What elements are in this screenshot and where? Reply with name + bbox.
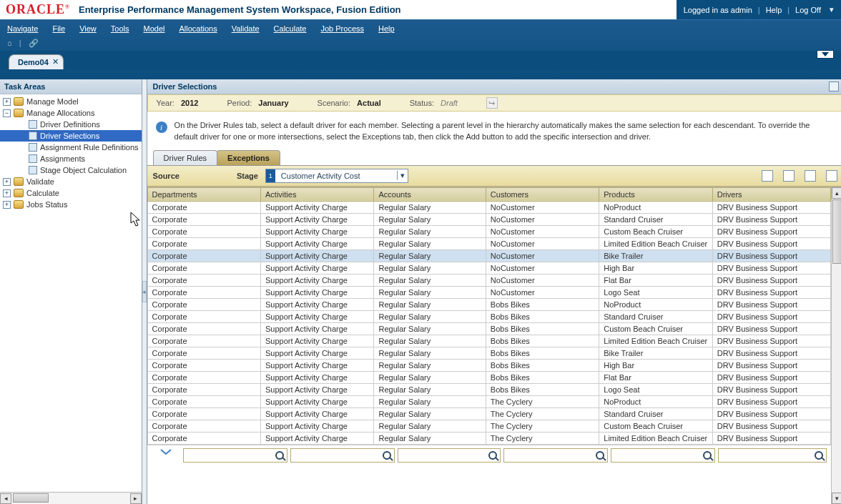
col-header[interactable]: Products xyxy=(599,187,712,201)
expand-icon[interactable]: + xyxy=(3,189,11,197)
tree-assignment-rule-defs[interactable]: Assignment Rule Definitions xyxy=(0,142,142,153)
search-icon[interactable] xyxy=(815,451,823,460)
stage-label: Stage xyxy=(237,172,258,180)
menu-view[interactable]: View xyxy=(79,24,97,33)
table-row[interactable]: CorporateSupport Activity ChargeRegular … xyxy=(147,335,830,347)
link-icon[interactable]: 🔗 xyxy=(29,39,39,48)
home-icon[interactable]: ⌂ xyxy=(7,39,12,48)
search-icon[interactable] xyxy=(596,451,604,460)
tree-manage-model[interactable]: +Manage Model xyxy=(0,96,142,107)
table-row[interactable]: CorporateSupport Activity ChargeRegular … xyxy=(147,213,830,225)
tree-stage-object-calc[interactable]: Stage Object Calculation xyxy=(0,164,142,176)
table-row[interactable]: CorporateSupport Activity ChargeRegular … xyxy=(147,225,830,237)
main-panel: Driver Selections Year: 2012 Period: Jan… xyxy=(147,79,841,504)
filter-cell[interactable] xyxy=(503,448,608,463)
expand-icon[interactable]: + xyxy=(3,98,11,106)
filter-cell[interactable] xyxy=(611,448,715,463)
table-row[interactable]: CorporateSupport Activity ChargeRegular … xyxy=(147,322,830,335)
menu-validate[interactable]: Validate xyxy=(232,24,260,33)
menu-file[interactable]: File xyxy=(52,24,65,33)
sidebar-scrollbar[interactable]: ◂ ▸ xyxy=(0,492,142,504)
tree-driver-selections[interactable]: Driver Selections xyxy=(0,130,142,142)
edit-icon[interactable] xyxy=(805,170,816,182)
menu-navigate[interactable]: Navigate xyxy=(7,24,38,33)
menu-tools[interactable]: Tools xyxy=(111,24,129,33)
logoff-link[interactable]: Log Off xyxy=(795,6,821,14)
table-row[interactable]: CorporateSupport Activity ChargeRegular … xyxy=(147,383,830,395)
folder-icon xyxy=(14,177,24,186)
expand-icon[interactable]: + xyxy=(3,201,11,209)
tree-jobs-status[interactable]: +Jobs Status xyxy=(0,199,142,210)
maximize-icon[interactable] xyxy=(829,81,839,92)
table-row[interactable]: CorporateSupport Activity ChargeRegular … xyxy=(147,359,830,371)
delete-icon[interactable] xyxy=(826,170,837,182)
exceptions-grid[interactable]: DepartmentsActivitiesAccountsCustomersPr… xyxy=(147,187,831,445)
col-header[interactable]: Customers xyxy=(486,187,599,201)
pov-scenario[interactable]: Actual xyxy=(357,99,381,107)
scroll-right-icon[interactable]: ▸ xyxy=(130,493,142,504)
menu-help[interactable]: Help xyxy=(378,24,395,33)
table-row[interactable]: CorporateSupport Activity ChargeRegular … xyxy=(147,407,830,420)
filter-cell[interactable] xyxy=(718,448,827,463)
filter-cell[interactable] xyxy=(398,448,501,463)
search-icon[interactable] xyxy=(488,451,497,460)
add-icon[interactable] xyxy=(783,170,795,182)
source-label: Source xyxy=(153,172,179,180)
tab-exceptions[interactable]: Exceptions xyxy=(217,150,280,165)
table-row[interactable]: CorporateSupport Activity ChargeRegular … xyxy=(147,310,830,322)
collapse-icon[interactable]: − xyxy=(3,109,11,117)
table-row[interactable]: CorporateSupport Activity ChargeRegular … xyxy=(147,420,830,432)
search-icon[interactable] xyxy=(383,451,391,460)
table-row[interactable]: CorporateSupport Activity ChargeRegular … xyxy=(147,286,830,298)
scroll-down-icon[interactable]: ▾ xyxy=(832,493,841,504)
tree-calculate[interactable]: +Calculate xyxy=(0,187,142,199)
table-row[interactable]: CorporateSupport Activity ChargeRegular … xyxy=(147,395,830,407)
folder-icon xyxy=(14,97,24,106)
go-icon[interactable]: ↪ xyxy=(486,97,498,109)
table-row[interactable]: CorporateSupport Activity ChargeRegular … xyxy=(147,371,830,383)
col-header[interactable]: Accounts xyxy=(374,187,486,201)
filter-cell[interactable] xyxy=(290,448,395,463)
col-header[interactable]: Drivers xyxy=(712,187,830,201)
close-icon[interactable]: ✕ xyxy=(52,57,59,66)
new-icon[interactable] xyxy=(762,170,773,182)
scroll-up-icon[interactable]: ▴ xyxy=(832,187,841,199)
col-header[interactable]: Departments xyxy=(147,187,260,201)
tree-manage-allocations[interactable]: −Manage Allocations xyxy=(0,107,142,119)
chevron-down-icon[interactable]: ▾ xyxy=(397,171,408,180)
pov-period[interactable]: January xyxy=(258,99,288,107)
menu-job-process[interactable]: Job Process xyxy=(320,24,364,33)
vertical-scrollbar[interactable]: ▴ ▾ xyxy=(831,187,841,504)
collapse-toggle[interactable] xyxy=(817,50,834,59)
tab-driver-rules[interactable]: Driver Rules xyxy=(153,150,218,165)
tree-validate[interactable]: +Validate xyxy=(0,176,142,187)
search-icon[interactable] xyxy=(275,451,284,460)
scroll-left-icon[interactable]: ◂ xyxy=(0,493,11,504)
col-header[interactable]: Activities xyxy=(261,187,374,201)
dropdown-icon[interactable]: ▾ xyxy=(830,5,834,14)
scroll-thumb[interactable] xyxy=(13,493,49,503)
help-link[interactable]: Help xyxy=(766,6,782,14)
tree-assignments[interactable]: Assignments xyxy=(0,153,142,164)
table-row[interactable]: CorporateSupport Activity ChargeRegular … xyxy=(147,432,830,444)
item-icon xyxy=(29,143,37,152)
table-row[interactable]: CorporateSupport Activity ChargeRegular … xyxy=(147,201,830,213)
expand-icon[interactable]: + xyxy=(3,178,11,186)
document-tab[interactable]: Demo04 ✕ xyxy=(9,54,64,69)
menu-allocations[interactable]: Allocations xyxy=(179,24,217,33)
menu-model[interactable]: Model xyxy=(144,24,165,33)
table-row[interactable]: CorporateSupport Activity ChargeRegular … xyxy=(147,237,830,249)
table-row[interactable]: CorporateSupport Activity ChargeRegular … xyxy=(147,262,830,274)
table-row[interactable]: CorporateSupport Activity ChargeRegular … xyxy=(147,249,830,262)
search-icon[interactable] xyxy=(703,451,712,460)
table-row[interactable]: CorporateSupport Activity ChargeRegular … xyxy=(147,347,830,359)
table-row[interactable]: CorporateSupport Activity ChargeRegular … xyxy=(147,274,830,286)
scroll-thumb[interactable] xyxy=(832,199,841,264)
menu-calculate[interactable]: Calculate xyxy=(274,24,307,33)
tree-driver-definitions[interactable]: Driver Definitions xyxy=(0,119,142,130)
table-row[interactable]: CorporateSupport Activity ChargeRegular … xyxy=(147,298,830,310)
expand-chevron-icon[interactable] xyxy=(152,448,180,463)
filter-cell[interactable] xyxy=(183,448,287,463)
stage-select[interactable]: 1 Customer Activity Cost ▾ xyxy=(265,169,408,183)
pov-year[interactable]: 2012 xyxy=(181,99,198,107)
